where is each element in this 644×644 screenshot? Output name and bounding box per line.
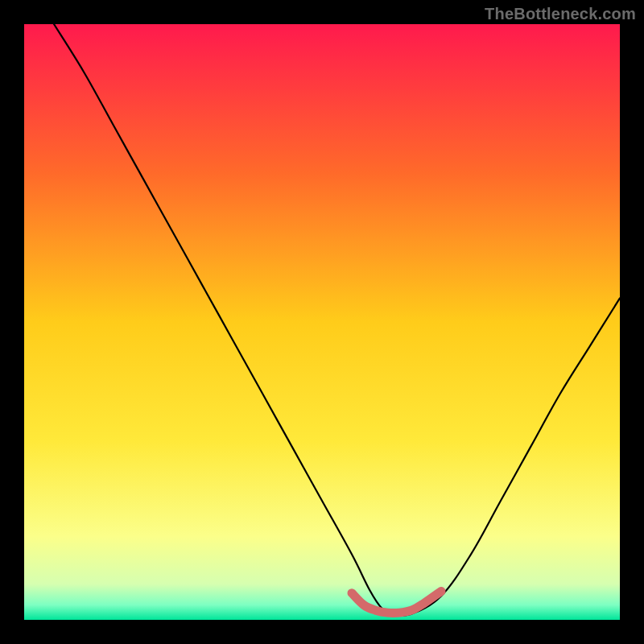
chart-frame: TheBottleneck.com xyxy=(0,0,644,644)
optimal-range-marker xyxy=(352,591,441,613)
bottleneck-curve xyxy=(54,24,620,616)
plot-area xyxy=(24,24,620,620)
curve-layer xyxy=(24,24,620,620)
watermark-text: TheBottleneck.com xyxy=(485,5,636,23)
